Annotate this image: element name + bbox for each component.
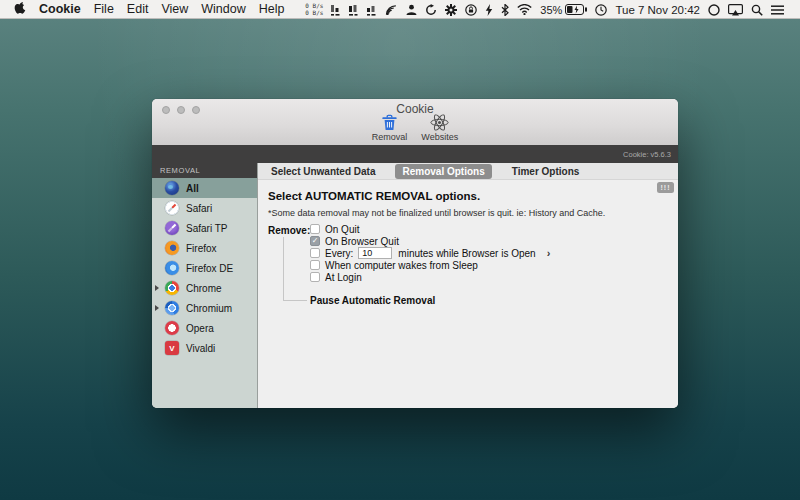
sidebar-item-safari-tp[interactable]: Safari TP [152,218,257,238]
checkbox-on-quit[interactable] [310,224,320,234]
battery-percent: 35% [540,4,562,16]
toolbar-websites-label: Websites [421,132,458,142]
toolbar-removal-button[interactable]: Removal [372,114,408,142]
activity-meter-icon[interactable] [331,4,341,16]
grip-badge[interactable]: !!! [657,182,674,193]
tree-connector-horizontal [283,300,307,301]
checkbox-every[interactable] [310,248,320,258]
sidebar-item-firefox-de[interactable]: Firefox DE [152,258,257,278]
bluetooth-icon[interactable] [501,4,509,16]
removal-options-panel: !!! Select AUTOMATIC REMOVAL options. *S… [258,180,678,408]
zoom-button[interactable] [192,106,200,114]
sidebar-item-safari[interactable]: Safari [152,198,257,218]
sidebar-item-label: Safari [186,203,212,214]
safari-tp-compass-icon [165,221,179,235]
toolbar-websites-button[interactable]: Websites [421,114,458,142]
sidebar-item-firefox[interactable]: Firefox [152,238,257,258]
tree-connector-vertical [283,237,284,301]
sidebar-item-label: Opera [186,323,214,334]
menu-app-name[interactable]: Cookie [39,2,81,16]
trash-icon [381,114,398,131]
signal-fan-icon[interactable] [385,4,398,15]
cookie-app-window: Cookie Removal [152,99,678,408]
chromium-icon [165,301,179,315]
checkbox-wake-from-sleep[interactable] [310,260,320,270]
main-content: Select Unwanted Data Removal Options Tim… [258,163,678,408]
notification-list-icon[interactable] [771,5,784,15]
option-on-browser-quit: ✓ On Browser Quit [310,235,550,247]
tab-select-unwanted-data[interactable]: Select Unwanted Data [264,164,382,179]
battery-status[interactable]: 35% [540,4,587,16]
options-list: On Quit ✓ On Browser Quit Every: minutes… [310,223,550,283]
disclosure-triangle-icon[interactable] [155,305,159,311]
sidebar-item-opera[interactable]: Opera [152,318,257,338]
window-titlebar[interactable]: Cookie Removal [152,99,678,145]
menu-file[interactable]: File [94,2,114,16]
user-icon[interactable] [406,4,417,15]
sidebar-item-label: Chromium [186,303,232,314]
sidebar-item-vivaldi[interactable]: V Vivaldi [152,338,257,358]
option-label: When computer wakes from Sleep [325,260,478,271]
sidebar-item-label: Firefox [186,243,217,254]
tab-timer-options[interactable]: Timer Options [505,164,587,179]
panel-heading: Select AUTOMATIC REMOVAL options. [268,190,480,202]
option-every-interval: Every: minutes while Browser is Open › [310,247,550,259]
menu-edit[interactable]: Edit [127,2,149,16]
minimize-button[interactable] [177,106,185,114]
panel-note: *Some data removal may not be finalized … [268,208,605,218]
globe-icon [165,181,179,195]
sidebar-item-chrome[interactable]: Chrome [152,278,257,298]
vivaldi-icon: V [165,341,179,355]
apple-menu-icon[interactable] [14,2,26,16]
airplay-display-icon[interactable] [728,4,743,16]
sidebar-item-chromium[interactable]: Chromium [152,298,257,318]
activity-meter-icon[interactable] [367,4,377,16]
checkbox-on-browser-quit[interactable]: ✓ [310,236,320,246]
browser-sidebar: REMOVAL All Safari Safari TP Firefox Fir… [152,163,258,408]
option-label: On Browser Quit [325,236,399,247]
option-at-login: At Login [310,271,550,283]
gear-icon[interactable] [445,4,457,16]
menu-window[interactable]: Window [201,2,245,16]
app-version: Cookie: v5.6.3 [623,150,671,159]
sidebar-item-label: Firefox DE [186,263,233,274]
tab-removal-options[interactable]: Removal Options [395,164,491,179]
bolt-icon[interactable] [485,4,493,16]
sidebar-item-label: Safari TP [186,223,228,234]
status-strip: Cookie: v5.6.3 [152,145,678,163]
disclosure-triangle-icon[interactable] [155,285,159,291]
safari-compass-icon [165,201,179,215]
checkbox-at-login[interactable] [310,272,320,282]
lock-circle-icon[interactable] [465,4,477,16]
wifi-icon[interactable] [517,4,532,15]
battery-charging-icon [565,4,587,15]
option-label: On Quit [325,224,359,235]
menu-datetime[interactable]: Tue 7 Nov 20:42 [615,4,700,16]
sidebar-item-label: Vivaldi [186,343,215,354]
option-on-quit: On Quit [310,223,550,235]
every-suffix-label: minutes while Browser is Open [398,248,535,259]
circle-toggle-icon[interactable] [708,4,720,16]
traffic-lights [162,106,200,114]
firefox-developer-icon [165,261,179,275]
search-icon[interactable] [751,4,763,16]
chevron-right-icon[interactable]: › [547,248,551,258]
close-button[interactable] [162,106,170,114]
network-throughput[interactable]: 0 B/s 0 B/s [305,3,323,16]
sidebar-item-all[interactable]: All [152,178,257,198]
sync-icon[interactable] [425,4,437,16]
minutes-input[interactable] [358,247,392,259]
option-label: Every: [325,248,353,259]
pause-automatic-removal-button[interactable]: Pause Automatic Removal [310,295,435,306]
option-wake-from-sleep: When computer wakes from Sleep [310,259,550,271]
opera-icon [165,321,179,335]
menu-view[interactable]: View [161,2,188,16]
atom-icon [430,114,449,131]
option-label: At Login [325,272,362,283]
menu-help[interactable]: Help [259,2,285,16]
chrome-icon [165,281,179,295]
toolbar-removal-label: Removal [372,132,408,142]
activity-meter-icon[interactable] [349,4,359,16]
firefox-icon [165,241,179,255]
clock-icon[interactable] [595,4,607,16]
